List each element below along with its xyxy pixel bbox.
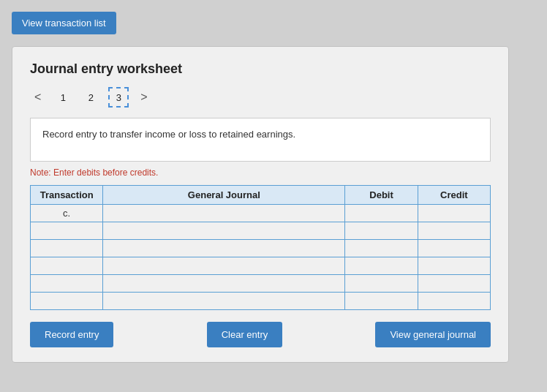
credit-input-1[interactable] <box>418 222 490 239</box>
table-row <box>31 222 491 240</box>
view-general-journal-button[interactable]: View general journal <box>375 322 491 347</box>
credit-input-4[interactable] <box>418 275 490 292</box>
page-1[interactable]: 1 <box>53 87 73 108</box>
view-transaction-button[interactable]: View transaction list <box>12 12 116 34</box>
credit-cell-1[interactable] <box>418 222 490 240</box>
debit-cell-3[interactable] <box>345 257 418 275</box>
th-general-journal: General Journal <box>103 186 345 205</box>
clear-entry-button[interactable]: Clear entry <box>207 322 283 347</box>
credit-cell-4[interactable] <box>418 275 490 293</box>
debit-input-0[interactable] <box>345 205 417 222</box>
transaction-cell-0: c. <box>31 205 103 222</box>
journal-table: Transaction General Journal Debit Credit… <box>30 185 491 310</box>
page-2[interactable]: 2 <box>80 87 101 108</box>
credit-input-3[interactable] <box>418 257 490 274</box>
debit-input-3[interactable] <box>345 257 417 274</box>
credit-input-0[interactable] <box>418 205 490 222</box>
general-journal-cell-4[interactable] <box>103 275 345 293</box>
general-journal-cell-3[interactable] <box>103 257 345 275</box>
instruction-box: Record entry to transfer income or loss … <box>30 118 491 162</box>
credit-input-5[interactable] <box>418 293 490 309</box>
main-card: Journal entry worksheet < 1 2 3 > Record… <box>12 46 509 363</box>
general-journal-cell-1[interactable] <box>103 222 345 240</box>
credit-cell-3[interactable] <box>418 257 490 275</box>
general-journal-cell-0[interactable] <box>103 205 345 222</box>
th-debit: Debit <box>345 186 418 205</box>
credit-input-2[interactable] <box>418 240 490 257</box>
credit-cell-0[interactable] <box>418 205 490 222</box>
general-journal-input-3[interactable] <box>103 257 344 274</box>
prev-page-button[interactable]: < <box>30 89 45 105</box>
table-row <box>31 293 491 310</box>
debit-input-1[interactable] <box>345 222 417 239</box>
note-text: Note: Enter debits before credits. <box>30 167 491 178</box>
general-journal-input-0[interactable] <box>103 205 344 222</box>
general-journal-input-1[interactable] <box>103 222 344 239</box>
page-3[interactable]: 3 <box>108 87 129 108</box>
general-journal-input-5[interactable] <box>103 293 344 309</box>
transaction-cell-4 <box>31 275 103 293</box>
debit-cell-4[interactable] <box>345 275 418 293</box>
debit-input-5[interactable] <box>345 293 417 309</box>
credit-cell-2[interactable] <box>418 240 490 257</box>
next-page-button[interactable]: > <box>136 89 151 105</box>
credit-cell-5[interactable] <box>418 293 490 310</box>
general-journal-cell-2[interactable] <box>103 240 345 257</box>
th-credit: Credit <box>418 186 490 205</box>
table-row <box>31 240 491 257</box>
transaction-cell-3 <box>31 257 103 275</box>
transaction-cell-2 <box>31 240 103 257</box>
debit-input-4[interactable] <box>345 275 417 292</box>
general-journal-input-2[interactable] <box>103 240 344 257</box>
transaction-cell-1 <box>31 222 103 240</box>
debit-cell-0[interactable] <box>345 205 418 222</box>
pagination: < 1 2 3 > <box>30 87 491 108</box>
record-entry-button[interactable]: Record entry <box>30 322 113 347</box>
general-journal-cell-5[interactable] <box>103 293 345 310</box>
table-row <box>31 275 491 293</box>
debit-cell-5[interactable] <box>345 293 418 310</box>
table-row: c. <box>31 205 491 222</box>
button-row: Record entry Clear entry View general jo… <box>30 322 491 347</box>
transaction-cell-5 <box>31 293 103 310</box>
card-title: Journal entry worksheet <box>30 61 491 77</box>
general-journal-input-4[interactable] <box>103 275 344 292</box>
debit-cell-1[interactable] <box>345 222 418 240</box>
debit-cell-2[interactable] <box>345 240 418 257</box>
table-row <box>31 257 491 275</box>
debit-input-2[interactable] <box>345 240 417 257</box>
instruction-text: Record entry to transfer income or loss … <box>42 129 295 140</box>
th-transaction: Transaction <box>31 186 103 205</box>
